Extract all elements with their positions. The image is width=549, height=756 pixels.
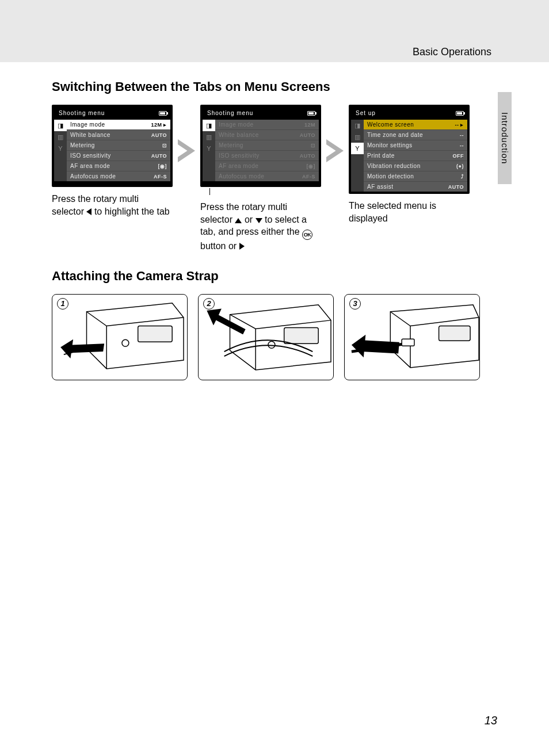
video-tab-icon: ▥ bbox=[351, 131, 364, 143]
menu-item: Vibration reduction(●) bbox=[364, 161, 467, 171]
flow-arrow-icon bbox=[178, 139, 195, 162]
menu-item: AF assistAUTO bbox=[364, 181, 467, 192]
menu-item: ISO sensitivityAUTO bbox=[67, 150, 170, 161]
menu-step-3: Set up ◨ ▥ Y Welcome screen-- ▸ Time zon… bbox=[349, 105, 470, 224]
strap-panel-3: 3 bbox=[344, 294, 480, 380]
wrench-tab-icon: Y bbox=[351, 143, 364, 154]
menu-item: Monitor settings-- bbox=[364, 140, 467, 150]
caption-2: Press the rotary multi selector or to se… bbox=[200, 201, 321, 253]
heading-switching-tabs: Switching Between the Tabs on Menu Scree… bbox=[52, 79, 497, 94]
menu-item: Image mode12M bbox=[215, 120, 319, 129]
svg-rect-5 bbox=[402, 339, 414, 346]
menu-item: AF area mode[◉] bbox=[67, 161, 170, 171]
menu-item: Welcome screen-- ▸ bbox=[364, 120, 467, 129]
menu-item: Metering⊡ bbox=[215, 140, 319, 150]
menu-item: Motion detection⤴ bbox=[364, 171, 467, 181]
menu-item: White balanceAUTO bbox=[67, 129, 170, 140]
thumb-tab: Introduction bbox=[498, 92, 512, 184]
lcd-title: Set up bbox=[356, 110, 376, 116]
camera-tab-icon: ◨ bbox=[54, 120, 67, 131]
menu-screens-row: Shooting menu ◨ ▥ Y Image mode12M ▸ Whit… bbox=[52, 105, 497, 253]
menu-item: Print dateOFF bbox=[364, 150, 467, 161]
flow-arrow-icon bbox=[326, 139, 344, 162]
wrench-tab-icon: Y bbox=[54, 143, 67, 154]
menu-item: Autofocus modeAF-S bbox=[215, 171, 319, 181]
strap-illustration-3 bbox=[345, 295, 479, 380]
svg-rect-2 bbox=[284, 327, 318, 343]
strap-panels: 1 2 bbox=[52, 294, 497, 380]
strap-illustration-2 bbox=[199, 295, 333, 380]
menu-item: AF area mode[◉] bbox=[215, 161, 319, 171]
lcd-shooting-menu-2: Shooting menu ◨ ▥ Y Image mode12M White … bbox=[200, 105, 321, 187]
up-arrow-icon bbox=[235, 218, 242, 223]
thumb-tab-label: Introduction bbox=[500, 112, 510, 164]
lcd-shooting-menu-1: Shooting menu ◨ ▥ Y Image mode12M ▸ Whit… bbox=[52, 105, 173, 187]
battery-icon bbox=[159, 111, 167, 116]
page-number: 13 bbox=[485, 714, 497, 727]
battery-icon bbox=[456, 111, 464, 116]
strap-panel-1: 1 bbox=[52, 294, 188, 380]
right-arrow-icon bbox=[239, 243, 245, 250]
lcd-title: Shooting menu bbox=[207, 110, 253, 116]
menu-item: Image mode12M ▸ bbox=[67, 120, 170, 129]
down-arrow-icon bbox=[256, 218, 262, 223]
menu-step-1: Shooting menu ◨ ▥ Y Image mode12M ▸ Whit… bbox=[52, 105, 173, 217]
menu-step-2: Shooting menu ◨ ▥ Y Image mode12M White … bbox=[200, 105, 321, 253]
lcd-title: Shooting menu bbox=[59, 110, 105, 116]
video-tab-icon: ▥ bbox=[203, 131, 215, 143]
page-header: Basic Operations bbox=[413, 46, 491, 58]
heading-strap: Attaching the Camera Strap bbox=[52, 269, 497, 284]
strap-illustration-1 bbox=[52, 295, 187, 380]
video-tab-icon: ▥ bbox=[54, 131, 67, 143]
svg-rect-4 bbox=[439, 326, 471, 341]
menu-item: Autofocus modeAF-S bbox=[67, 171, 170, 181]
callout-line bbox=[209, 188, 210, 195]
svg-rect-0 bbox=[138, 326, 172, 342]
camera-tab-icon: ◨ bbox=[203, 120, 215, 131]
menu-item: White balanceAUTO bbox=[215, 129, 319, 140]
lcd-setup-menu: Set up ◨ ▥ Y Welcome screen-- ▸ Time zon… bbox=[349, 105, 470, 194]
battery-icon bbox=[307, 111, 315, 116]
strap-panel-2: 2 bbox=[198, 294, 334, 380]
camera-tab-icon: ◨ bbox=[351, 120, 364, 131]
menu-item: Metering⊡ bbox=[67, 140, 170, 150]
caption-3: The selected menu is displayed bbox=[349, 200, 470, 224]
ok-button-icon: OK bbox=[302, 230, 312, 240]
menu-item: Time zone and date-- bbox=[364, 129, 467, 140]
caption-1: Press the rotary multi selector to highl… bbox=[52, 193, 173, 217]
menu-item: ISO sensitivityAUTO bbox=[215, 150, 319, 161]
wrench-tab-icon: Y bbox=[203, 143, 215, 154]
